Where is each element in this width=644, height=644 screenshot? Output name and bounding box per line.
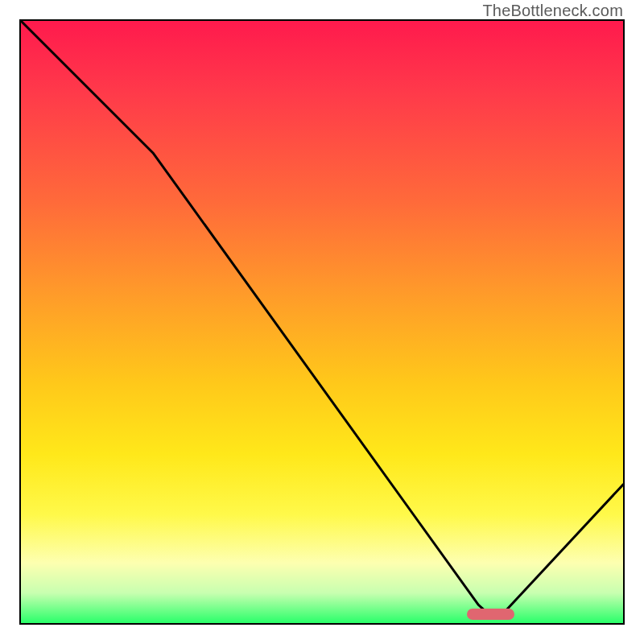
optimal-point-marker (467, 609, 515, 620)
bottleneck-curve (21, 21, 623, 623)
plot-area (19, 19, 625, 625)
watermark-label: TheBottleneck.com (482, 2, 623, 20)
chart-container: TheBottleneck.com (0, 0, 644, 644)
